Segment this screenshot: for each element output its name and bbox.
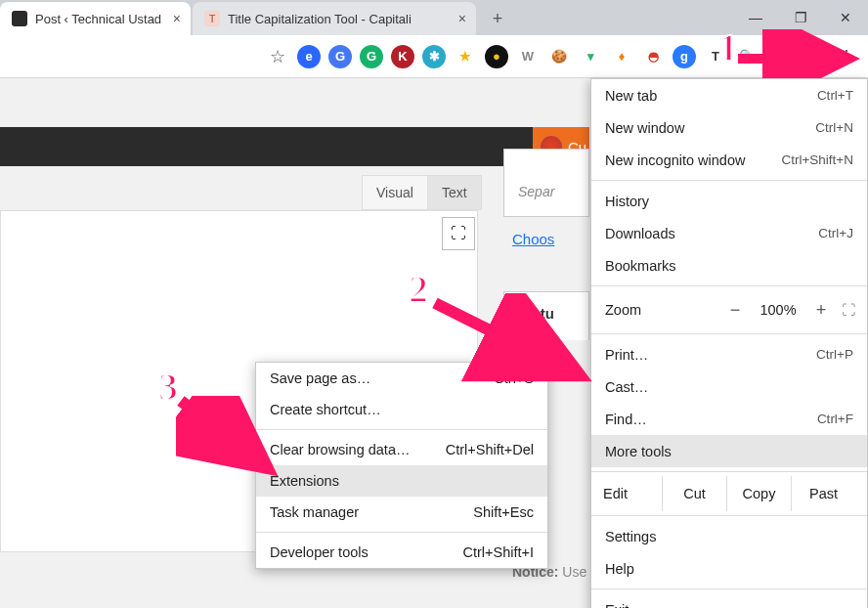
extension-icon[interactable]: K — [391, 45, 414, 68]
bookmark-star-icon[interactable]: ☆ — [270, 46, 285, 67]
extension-icon[interactable]: W — [516, 45, 540, 68]
menu-separator — [591, 471, 867, 472]
menu-print[interactable]: Print…Ctrl+P — [591, 338, 867, 370]
menu-bookmarks[interactable]: Bookmarks — [591, 249, 867, 282]
tab-title: Title Capitalization Tool - Capitali — [228, 12, 449, 26]
menu-separator — [591, 588, 867, 589]
edit-label: Edit — [603, 486, 662, 501]
menu-shortcut: Ctrl+Shift+I — [462, 544, 534, 560]
menu-label: New window — [605, 120, 684, 136]
new-tab-button[interactable]: + — [484, 5, 511, 32]
annotation-number-1: 1 — [718, 24, 752, 65]
menu-separator — [591, 180, 867, 181]
annotation-number-2: 2 — [409, 266, 442, 307]
extension-icon[interactable]: ◓ — [641, 45, 665, 68]
menu-shortcut: Ctrl+Shift+N — [781, 152, 853, 167]
extension-icon[interactable]: ★ — [454, 45, 477, 68]
extension-icon[interactable]: G — [360, 45, 383, 68]
extension-icon[interactable]: ● — [485, 45, 508, 68]
submenu-dev-tools[interactable]: Developer toolsCtrl+Shift+I — [256, 537, 547, 568]
menu-separator — [591, 285, 867, 286]
tab-favicon — [12, 11, 27, 26]
menu-shortcut: Ctrl+P — [816, 347, 853, 362]
tab-favicon: T — [204, 11, 220, 26]
menu-more-tools[interactable]: More tools — [591, 435, 867, 467]
menu-label: Downloads — [605, 226, 675, 241]
menu-label: New incognito window — [605, 152, 745, 168]
annotation-arrow-3 — [176, 396, 293, 484]
annotation-arrow-2 — [425, 293, 601, 391]
menu-label: Find… — [605, 412, 647, 427]
submenu-task-manager[interactable]: Task managerShift+Esc — [256, 497, 547, 528]
menu-incognito[interactable]: New incognito windowCtrl+Shift+N — [591, 144, 867, 176]
menu-label: Bookmarks — [605, 258, 676, 274]
browser-tab-1[interactable]: Post ‹ Technical Ustad × — [0, 2, 191, 35]
menu-label: Print… — [605, 347, 648, 363]
annotation-number-3: 3 — [158, 364, 192, 405]
page-header-strip — [0, 127, 533, 166]
editor-tab-text[interactable]: Text — [428, 175, 482, 210]
menu-label: Cast… — [605, 379, 648, 395]
extension-icon[interactable]: g — [673, 45, 696, 68]
menu-history[interactable]: History — [591, 185, 867, 217]
extension-icon[interactable]: e — [297, 45, 321, 68]
extension-icon[interactable]: ▾ — [579, 45, 602, 68]
menu-shortcut: Ctrl+F — [817, 412, 853, 426]
svg-line-2 — [181, 401, 269, 469]
edit-paste-button[interactable]: Past — [791, 476, 855, 511]
menu-separator — [591, 515, 867, 516]
menu-label: Help — [605, 561, 634, 577]
menu-downloads[interactable]: DownloadsCtrl+J — [591, 217, 867, 249]
extension-icon[interactable]: ✱ — [422, 45, 446, 68]
editor-tabs: Visual Text — [362, 175, 482, 210]
menu-zoom: Zoom − 100% + ⛶ — [591, 290, 867, 329]
menu-settings[interactable]: Settings — [591, 520, 867, 552]
extension-icon[interactable]: G — [328, 45, 352, 68]
menu-label: Save page as… — [270, 370, 370, 386]
menu-shortcut: Shift+Esc — [473, 504, 534, 520]
submenu-extensions[interactable]: Extensions — [256, 465, 547, 497]
menu-label: More tools — [605, 444, 672, 459]
menu-find[interactable]: Find…Ctrl+F — [591, 403, 867, 435]
edit-copy-button[interactable]: Copy — [726, 476, 791, 511]
menu-exit[interactable]: Exit — [591, 593, 867, 608]
menu-help[interactable]: Help — [591, 552, 867, 585]
extension-icon[interactable]: ♦ — [610, 45, 633, 68]
menu-shortcut: Ctrl+J — [818, 226, 853, 240]
menu-label: Exit — [605, 602, 629, 609]
submenu-clear-data[interactable]: Clear browsing data…Ctrl+Shift+Del — [256, 434, 547, 465]
close-tab-icon[interactable]: × — [458, 11, 466, 26]
close-tab-icon[interactable]: × — [173, 11, 181, 26]
menu-separator — [256, 429, 547, 430]
menu-separator — [591, 333, 867, 334]
extension-icon[interactable]: 🍪 — [547, 45, 571, 68]
menu-label: History — [605, 194, 649, 209]
menu-shortcut: Ctrl+T — [817, 88, 853, 103]
fullscreen-icon[interactable]: ⛶ — [842, 302, 857, 318]
menu-label: Settings — [605, 529, 656, 544]
edit-cut-button[interactable]: Cut — [662, 476, 726, 511]
chrome-main-menu: New tabCtrl+T New windowCtrl+N New incog… — [590, 78, 868, 608]
zoom-out-button[interactable]: − — [722, 300, 748, 321]
menu-cast[interactable]: Cast… — [591, 370, 867, 403]
choose-link[interactable]: Choos — [512, 231, 554, 247]
editor-tab-visual[interactable]: Visual — [362, 175, 428, 210]
annotation-arrow-1 — [733, 29, 868, 78]
menu-label: Developer tools — [270, 544, 369, 560]
separate-hint: Separ — [506, 176, 588, 207]
browser-tab-2[interactable]: T Title Capitalization Tool - Capitali × — [193, 2, 476, 35]
fullscreen-button[interactable]: ⛶ — [442, 217, 475, 250]
menu-label: Task manager — [270, 504, 359, 520]
svg-line-1 — [435, 303, 582, 376]
zoom-label: Zoom — [605, 302, 715, 318]
zoom-percent: 100% — [756, 302, 801, 318]
menu-label: New tab — [605, 88, 657, 104]
submenu-create-shortcut[interactable]: Create shortcut… — [256, 394, 547, 425]
tab-title: Post ‹ Technical Ustad — [35, 12, 163, 26]
more-tools-submenu: Save page as…Ctrl+S Create shortcut… Cle… — [255, 362, 548, 569]
zoom-in-button[interactable]: + — [808, 300, 834, 321]
menu-shortcut: Ctrl+N — [815, 120, 853, 135]
menu-edit-row: Edit Cut Copy Past — [591, 476, 867, 511]
menu-new-window[interactable]: New windowCtrl+N — [591, 111, 867, 144]
menu-new-tab[interactable]: New tabCtrl+T — [591, 79, 867, 111]
